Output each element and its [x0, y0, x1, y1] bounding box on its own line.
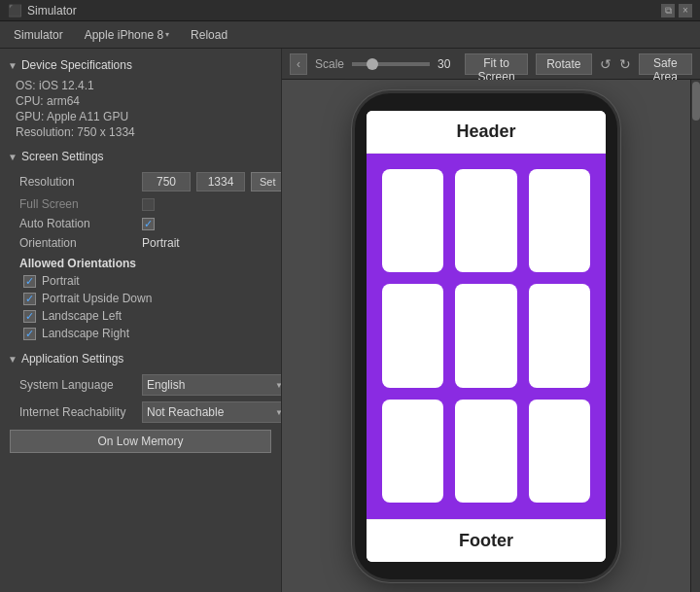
device-section-label: Device Specifications — [21, 58, 132, 72]
resolution-info: Resolution: 750 x 1334 — [0, 124, 281, 140]
auto-rotation-checkbox[interactable] — [142, 218, 155, 230]
low-memory-button[interactable]: On Low Memory — [10, 430, 271, 453]
full-screen-label: Full Screen — [19, 197, 136, 211]
scale-value: 30 — [438, 57, 457, 71]
top-toolbar: ‹ Scale 30 Fit to Screen Rotate ↺ ↻ Safe… — [282, 49, 700, 80]
resolution-height-input[interactable] — [196, 172, 245, 192]
landscape-right-row: Landscape Right — [0, 325, 281, 342]
portrait-upside-down-checkbox[interactable] — [23, 293, 36, 305]
device-menu[interactable]: Apple iPhone 8 ▾ — [75, 25, 179, 45]
phone-screen: Header Footer — [367, 111, 606, 562]
titlebar: ⬛ Simulator ⧉ × — [0, 0, 700, 21]
screen-section-header[interactable]: ▼ Screen Settings — [0, 146, 281, 167]
cpu-info: CPU: arm64 — [0, 93, 281, 109]
phone-cell-1 — [382, 169, 443, 273]
device-section-content: OS: iOS 12.4.1 CPU: arm64 GPU: Apple A11… — [0, 76, 281, 146]
portrait-checkbox[interactable] — [23, 275, 36, 288]
auto-rotation-label: Auto Rotation — [19, 217, 136, 230]
device-menu-arrow: ▾ — [165, 30, 169, 39]
simulator-menu[interactable]: Simulator — [4, 25, 73, 45]
phone-cell-7 — [382, 400, 443, 504]
landscape-left-row: Landscape Left — [0, 307, 281, 325]
internet-reachability-label: Internet Reachability — [19, 405, 136, 419]
os-info: OS: iOS 12.4.1 — [0, 78, 281, 93]
titlebar-controls: ⧉ × — [661, 4, 692, 17]
right-panel: ‹ Scale 30 Fit to Screen Rotate ↺ ↻ Safe… — [282, 49, 700, 592]
auto-rotation-row: Auto Rotation — [0, 214, 281, 233]
screen-section-label: Screen Settings — [21, 150, 104, 163]
set-resolution-button[interactable]: Set — [251, 172, 282, 192]
internet-reachability-row: Internet Reachability Not Reachable Reac… — [0, 399, 281, 426]
screen-arrow-icon: ▼ — [8, 152, 18, 162]
internet-reachability-select-wrapper: Not Reachable Reachable via WiFi Reachab… — [142, 401, 282, 423]
left-panel: ▼ Device Specifications OS: iOS 12.4.1 C… — [0, 49, 282, 592]
scale-label: Scale — [315, 57, 344, 71]
orientation-label: Orientation — [19, 236, 136, 250]
phone-cell-3 — [529, 169, 590, 273]
system-language-row: System Language English Spanish French — [0, 371, 281, 399]
rotate-right-icon[interactable]: ↻ — [619, 56, 631, 72]
resolution-label: Resolution — [19, 175, 136, 189]
allowed-orientations-label: Allowed Orientations — [0, 253, 281, 272]
phone-content — [367, 154, 606, 519]
phone-cell-4 — [382, 284, 443, 388]
phone-cell-2 — [455, 169, 516, 273]
rotate-left-icon[interactable]: ↺ — [600, 56, 612, 72]
device-menu-label: Apple iPhone 8 — [85, 28, 163, 42]
scale-slider[interactable] — [352, 62, 430, 66]
portrait-upside-down-label: Portrait Upside Down — [42, 292, 152, 305]
landscape-left-checkbox[interactable] — [23, 310, 36, 323]
system-language-label: System Language — [19, 378, 136, 392]
landscape-right-checkbox[interactable] — [23, 328, 36, 340]
titlebar-title: Simulator — [27, 4, 77, 17]
landscape-right-label: Landscape Right — [42, 327, 129, 340]
orientation-value: Portrait — [142, 236, 180, 250]
right-scrollbar[interactable] — [690, 80, 700, 592]
resolution-width-input[interactable] — [142, 172, 191, 192]
app-section-label: Application Settings — [21, 352, 123, 366]
viewport: Header Footer — [282, 80, 690, 592]
scrollbar-thumb[interactable] — [692, 82, 700, 121]
full-screen-row: Full Screen — [0, 194, 281, 214]
app-section-header[interactable]: ▼ Application Settings — [0, 348, 281, 369]
portrait-row: Portrait — [0, 272, 281, 290]
phone-cell-9 — [529, 400, 590, 504]
close-button[interactable]: × — [679, 4, 692, 17]
simulator-icon: ⬛ — [8, 4, 22, 17]
restore-button[interactable]: ⧉ — [661, 4, 675, 17]
gpu-info: GPU: Apple A11 GPU — [0, 109, 281, 124]
fit-screen-button[interactable]: Fit to Screen — [465, 53, 528, 75]
full-screen-checkbox[interactable] — [142, 198, 155, 211]
rotate-button[interactable]: Rotate — [536, 53, 591, 75]
phone-cell-5 — [455, 284, 516, 388]
safe-area-button[interactable]: Safe Area — [639, 53, 692, 75]
phone-header: Header — [367, 111, 606, 154]
system-language-select-wrapper: English Spanish French — [142, 374, 282, 396]
phone-frame: Header Footer — [355, 93, 617, 579]
phone-cell-6 — [529, 284, 590, 388]
portrait-label: Portrait — [42, 274, 80, 288]
landscape-left-label: Landscape Left — [42, 309, 122, 323]
portrait-upside-down-row: Portrait Upside Down — [0, 290, 281, 307]
orientation-row: Orientation Portrait — [0, 233, 281, 253]
phone-footer: Footer — [367, 519, 606, 562]
app-arrow-icon: ▼ — [8, 354, 18, 365]
phone-cell-8 — [455, 400, 516, 504]
device-arrow-icon: ▼ — [8, 60, 18, 71]
system-language-select[interactable]: English Spanish French — [142, 374, 282, 396]
internet-reachability-select[interactable]: Not Reachable Reachable via WiFi Reachab… — [142, 401, 282, 423]
app-section-content: System Language English Spanish French I… — [0, 369, 281, 463]
screen-section-content: Resolution Set Full Screen Auto Rotation… — [0, 167, 281, 348]
menubar: Simulator Apple iPhone 8 ▾ Reload — [0, 21, 700, 49]
device-section-header[interactable]: ▼ Device Specifications — [0, 54, 281, 76]
main-layout: ▼ Device Specifications OS: iOS 12.4.1 C… — [0, 49, 700, 592]
reload-menu[interactable]: Reload — [181, 25, 237, 45]
nav-back-button[interactable]: ‹ — [290, 53, 307, 75]
resolution-row: Resolution Set — [0, 169, 281, 194]
